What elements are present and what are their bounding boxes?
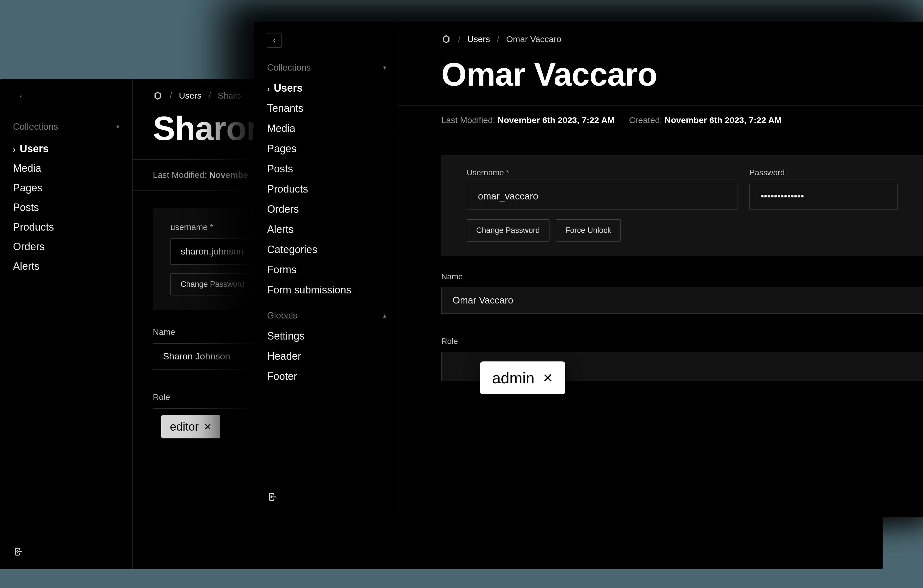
- sidebar-item-form-submissions[interactable]: Form submissions: [267, 280, 398, 300]
- role-field: Role admin ✕: [441, 337, 923, 380]
- password-column: Password: [749, 168, 898, 242]
- nav-list-front: ›Users Tenants Media Pages Posts Product…: [267, 78, 398, 300]
- nav-list-rear: ›Users Media Pages Posts Products Orders…: [13, 139, 132, 276]
- main-front: / Users / Omar Vaccaro Omar Vaccaro Last…: [398, 21, 923, 518]
- sidebar-item-products[interactable]: Products: [13, 217, 132, 237]
- chevron-down-icon: ▾: [116, 123, 120, 131]
- sidebar-item-label: Users: [274, 82, 302, 94]
- breadcrumb-separator: /: [458, 34, 460, 44]
- breadcrumb-separator: /: [497, 34, 499, 44]
- collapse-sidebar-button[interactable]: ‹: [267, 33, 281, 47]
- change-password-button[interactable]: Change Password: [171, 273, 255, 295]
- form-area: Username * Change Password Force Unlock …: [398, 135, 923, 380]
- name-field: Name: [441, 272, 923, 323]
- breadcrumb-collection[interactable]: Users: [467, 34, 490, 44]
- collections-section-header[interactable]: Collections ▾: [267, 62, 398, 73]
- sidebar-item-header[interactable]: Header: [267, 346, 398, 366]
- name-label: Name: [441, 272, 923, 281]
- breadcrumb: / Users / Omar Vaccaro: [398, 21, 923, 44]
- sidebar-item-tenants[interactable]: Tenants: [267, 98, 398, 118]
- chevron-left-icon: ‹: [20, 92, 22, 100]
- breadcrumb-collection[interactable]: Users: [179, 91, 201, 101]
- logout-button[interactable]: [267, 489, 279, 506]
- sidebar-item-pages[interactable]: Pages: [267, 139, 398, 159]
- password-label: Password: [749, 168, 898, 177]
- globals-section: Globals ▴ Settings Header Footer: [267, 310, 398, 387]
- role-tag-label: admin: [492, 369, 534, 387]
- sidebar-item-label: Users: [20, 142, 48, 154]
- created-label: Created:: [629, 115, 662, 125]
- chevron-down-icon: ▾: [383, 64, 386, 72]
- sidebar-item-pages[interactable]: Pages: [13, 178, 132, 198]
- sidebar-item-posts[interactable]: Posts: [267, 159, 398, 179]
- sidebar-item-media[interactable]: Media: [267, 118, 398, 139]
- collections-label: Collections: [267, 62, 311, 73]
- logout-icon: [13, 547, 24, 557]
- page-title: Omar Vaccaro: [398, 44, 923, 105]
- sidebar-item-orders[interactable]: Orders: [267, 199, 398, 219]
- sidebar-item-settings[interactable]: Settings: [267, 326, 398, 346]
- breadcrumb-current: Sharo: [218, 91, 241, 101]
- chevron-left-icon: ‹: [273, 37, 275, 44]
- collapse-sidebar-button[interactable]: ‹: [13, 88, 29, 104]
- breadcrumb-separator: /: [169, 91, 172, 101]
- force-unlock-button[interactable]: Force Unlock: [556, 219, 621, 242]
- name-input[interactable]: [441, 287, 923, 314]
- breadcrumb-current: Omar Vaccaro: [506, 34, 561, 44]
- sidebar-item-products[interactable]: Products: [267, 179, 398, 199]
- last-modified-value: Novembe: [209, 170, 248, 180]
- sidebar-item-alerts[interactable]: Alerts: [13, 257, 132, 276]
- logout-button[interactable]: [13, 544, 25, 561]
- remove-tag-button[interactable]: ✕: [204, 421, 212, 432]
- sidebar-item-users[interactable]: ›Users: [267, 78, 398, 98]
- logout-icon: [268, 492, 278, 502]
- globals-section-header[interactable]: Globals ▴: [267, 310, 398, 321]
- last-modified-label: Last Modified:: [153, 170, 207, 180]
- logo-icon: [153, 91, 163, 101]
- sidebar-item-media[interactable]: Media: [13, 159, 132, 178]
- role-tag: editor ✕: [161, 415, 220, 438]
- globals-label: Globals: [267, 310, 297, 321]
- username-column: Username * Change Password Force Unlock: [467, 168, 738, 242]
- sidebar-item-alerts[interactable]: Alerts: [267, 219, 398, 239]
- sidebar-item-categories[interactable]: Categories: [267, 239, 398, 260]
- window-front: ‹ Collections ▾ ›Users Tenants Media Pag…: [254, 21, 923, 518]
- breadcrumb-separator: /: [209, 91, 211, 101]
- sidebar-front: ‹ Collections ▾ ›Users Tenants Media Pag…: [254, 21, 398, 518]
- meta-row: Last Modified: November 6th 2023, 7:22 A…: [398, 105, 923, 135]
- change-password-button[interactable]: Change Password: [467, 219, 550, 242]
- remove-tag-button[interactable]: ✕: [542, 371, 553, 385]
- logo-icon: [441, 34, 451, 44]
- last-modified-label: Last Modified:: [441, 115, 495, 125]
- password-input[interactable]: [749, 183, 898, 210]
- chevron-up-icon: ▴: [383, 312, 386, 319]
- chevron-right-icon: ›: [267, 84, 270, 93]
- role-tag-label: editor: [170, 420, 199, 433]
- sidebar-item-posts[interactable]: Posts: [13, 198, 132, 217]
- username-input[interactable]: [467, 183, 738, 210]
- username-label: Username *: [467, 168, 738, 177]
- chevron-right-icon: ›: [13, 145, 16, 154]
- sidebar-item-forms[interactable]: Forms: [267, 260, 398, 280]
- sidebar-rear: ‹ Collections ▾ ›Users Media Pages Posts…: [0, 79, 133, 569]
- collections-label: Collections: [13, 121, 58, 132]
- role-label: Role: [441, 337, 923, 346]
- role-tag: admin ✕: [480, 362, 565, 394]
- sidebar-item-footer[interactable]: Footer: [267, 366, 398, 387]
- sidebar-item-orders[interactable]: Orders: [13, 237, 132, 257]
- sidebar-item-users[interactable]: ›Users: [13, 139, 132, 159]
- last-modified-value: November 6th 2023, 7:22 AM: [498, 115, 615, 125]
- created-value: November 6th 2023, 7:22 AM: [665, 115, 782, 125]
- collections-section-header[interactable]: Collections ▾: [13, 121, 132, 132]
- credentials-fieldset: Username * Change Password Force Unlock …: [441, 156, 923, 256]
